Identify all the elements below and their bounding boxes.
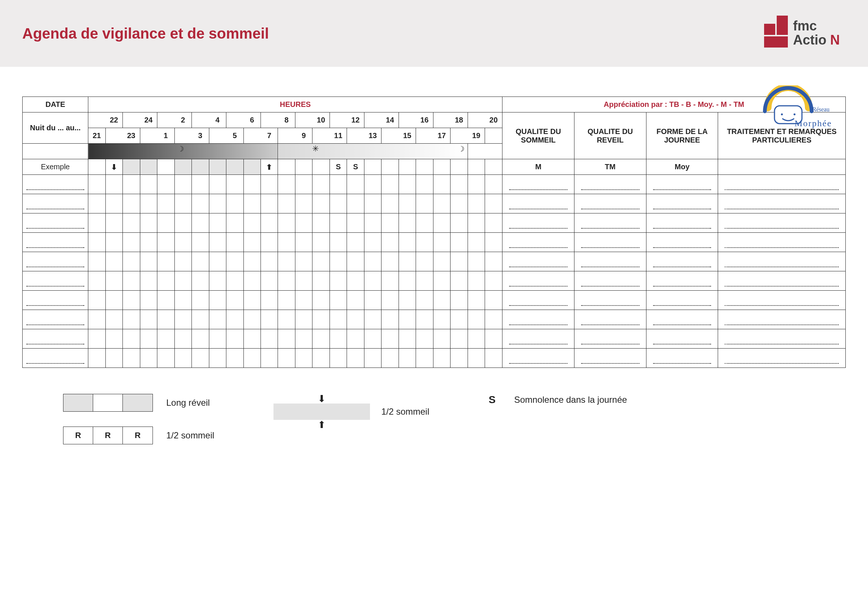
hour-cell[interactable] xyxy=(347,310,364,329)
hour-cell[interactable] xyxy=(260,349,277,368)
hour-cell[interactable] xyxy=(398,194,415,214)
hour-cell[interactable] xyxy=(157,214,174,233)
hour-cell[interactable] xyxy=(313,310,330,329)
hour-cell[interactable] xyxy=(347,233,364,252)
hour-cell[interactable] xyxy=(157,271,174,291)
table-row[interactable] xyxy=(23,194,846,214)
hour-cell[interactable] xyxy=(157,291,174,310)
hour-cell[interactable] xyxy=(243,175,260,194)
hour-cell[interactable] xyxy=(313,175,330,194)
appreciation-cell[interactable] xyxy=(574,291,646,310)
hour-cell[interactable] xyxy=(260,175,277,194)
hour-cell[interactable] xyxy=(123,175,140,194)
hour-cell[interactable] xyxy=(105,252,122,271)
hour-cell[interactable] xyxy=(243,329,260,349)
hour-cell[interactable] xyxy=(468,194,485,214)
appreciation-cell[interactable] xyxy=(574,271,646,291)
date-cell[interactable] xyxy=(23,252,88,271)
hour-cell[interactable] xyxy=(88,271,105,291)
hour-cell[interactable] xyxy=(105,214,122,233)
hour-cell[interactable] xyxy=(88,194,105,214)
hour-cell[interactable] xyxy=(313,252,330,271)
hour-cell[interactable] xyxy=(209,291,226,310)
hour-cell[interactable] xyxy=(330,329,347,349)
hour-cell[interactable] xyxy=(209,349,226,368)
hour-cell[interactable] xyxy=(243,310,260,329)
appreciation-cell[interactable] xyxy=(718,233,846,252)
hour-cell[interactable] xyxy=(468,310,485,329)
hour-cell[interactable] xyxy=(295,271,312,291)
hour-cell[interactable] xyxy=(416,271,433,291)
appreciation-cell[interactable] xyxy=(646,175,718,194)
hour-cell[interactable] xyxy=(433,175,450,194)
hour-cell[interactable] xyxy=(364,291,381,310)
hour-cell[interactable] xyxy=(174,194,192,214)
hour-cell[interactable] xyxy=(364,194,381,214)
hour-cell[interactable] xyxy=(157,175,174,194)
hour-cell[interactable] xyxy=(260,329,277,349)
hour-cell[interactable] xyxy=(174,329,192,349)
hour-cell[interactable] xyxy=(485,233,502,252)
hour-cell[interactable] xyxy=(364,252,381,271)
hour-cell[interactable] xyxy=(174,349,192,368)
hour-cell[interactable] xyxy=(209,175,226,194)
table-row[interactable] xyxy=(23,271,846,291)
table-row[interactable] xyxy=(23,175,846,194)
hour-cell[interactable] xyxy=(330,252,347,271)
table-row[interactable] xyxy=(23,233,846,252)
hour-cell[interactable] xyxy=(278,291,295,310)
hour-cell[interactable] xyxy=(105,271,122,291)
date-cell[interactable] xyxy=(23,310,88,329)
appreciation-cell[interactable] xyxy=(502,310,575,329)
hour-cell[interactable] xyxy=(105,329,122,349)
hour-cell[interactable] xyxy=(364,349,381,368)
hour-cell[interactable] xyxy=(88,175,105,194)
appreciation-cell[interactable] xyxy=(646,194,718,214)
hour-cell[interactable] xyxy=(192,252,209,271)
hour-cell[interactable] xyxy=(174,214,192,233)
appreciation-cell[interactable] xyxy=(502,271,575,291)
hour-cell[interactable] xyxy=(123,329,140,349)
hour-cell[interactable] xyxy=(381,252,398,271)
hour-cell[interactable] xyxy=(485,310,502,329)
hour-cell[interactable] xyxy=(295,233,312,252)
appreciation-cell[interactable] xyxy=(718,349,846,368)
date-cell[interactable] xyxy=(23,214,88,233)
date-cell[interactable] xyxy=(23,291,88,310)
table-row[interactable] xyxy=(23,329,846,349)
hour-cell[interactable] xyxy=(468,214,485,233)
hour-cell[interactable] xyxy=(123,349,140,368)
hour-cell[interactable] xyxy=(157,310,174,329)
hour-cell[interactable] xyxy=(330,214,347,233)
appreciation-cell[interactable] xyxy=(574,175,646,194)
hour-cell[interactable] xyxy=(381,175,398,194)
appreciation-cell[interactable] xyxy=(502,329,575,349)
hour-cell[interactable] xyxy=(105,310,122,329)
hour-cell[interactable] xyxy=(295,214,312,233)
appreciation-cell[interactable] xyxy=(574,329,646,349)
hour-cell[interactable] xyxy=(295,252,312,271)
hour-cell[interactable] xyxy=(313,271,330,291)
hour-cell[interactable] xyxy=(381,349,398,368)
hour-cell[interactable] xyxy=(451,194,468,214)
hour-cell[interactable] xyxy=(243,233,260,252)
hour-cell[interactable] xyxy=(278,214,295,233)
hour-cell[interactable] xyxy=(451,329,468,349)
hour-cell[interactable] xyxy=(105,291,122,310)
hour-cell[interactable] xyxy=(451,310,468,329)
appreciation-cell[interactable] xyxy=(502,214,575,233)
hour-cell[interactable] xyxy=(140,194,157,214)
hour-cell[interactable] xyxy=(416,291,433,310)
hour-cell[interactable] xyxy=(278,310,295,329)
hour-cell[interactable] xyxy=(398,175,415,194)
hour-cell[interactable] xyxy=(416,194,433,214)
hour-cell[interactable] xyxy=(174,271,192,291)
hour-cell[interactable] xyxy=(123,233,140,252)
hour-cell[interactable] xyxy=(209,214,226,233)
hour-cell[interactable] xyxy=(192,291,209,310)
appreciation-cell[interactable] xyxy=(502,291,575,310)
appreciation-cell[interactable] xyxy=(646,329,718,349)
hour-cell[interactable] xyxy=(105,233,122,252)
hour-cell[interactable] xyxy=(174,252,192,271)
appreciation-cell[interactable] xyxy=(718,175,846,194)
